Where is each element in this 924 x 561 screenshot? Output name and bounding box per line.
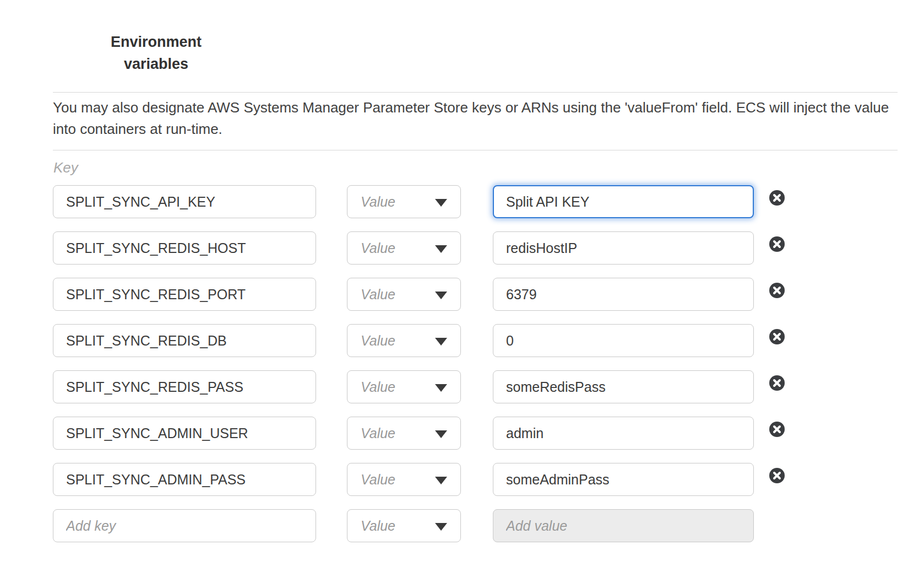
- caret-down-icon: [435, 292, 447, 299]
- field-description: You may also designate AWS Systems Manag…: [53, 97, 901, 140]
- environment-variables-form: Environment variables You may also desig…: [0, 0, 924, 561]
- env-value-input[interactable]: [493, 370, 754, 403]
- env-key-input[interactable]: [53, 278, 316, 311]
- env-type-select[interactable]: Value: [347, 463, 461, 496]
- env-value-input[interactable]: [493, 185, 754, 218]
- env-type-select[interactable]: Value: [347, 417, 461, 450]
- env-type-select[interactable]: Value: [347, 370, 461, 403]
- divider: [53, 150, 898, 150]
- caret-down-icon: [435, 477, 447, 484]
- remove-row-button[interactable]: [769, 422, 785, 437]
- env-type-select[interactable]: Value: [347, 231, 461, 265]
- key-column-header: Key: [53, 159, 78, 176]
- env-type-selected: Value: [361, 472, 395, 488]
- env-key-input[interactable]: [53, 231, 316, 265]
- x-icon: [773, 379, 781, 387]
- caret-down-icon: [435, 245, 447, 253]
- x-icon: [773, 193, 781, 202]
- env-value-input[interactable]: [493, 417, 754, 450]
- env-key-input[interactable]: [53, 324, 316, 357]
- remove-row-button[interactable]: [769, 329, 785, 344]
- field-label: Environment variables: [94, 31, 218, 75]
- caret-down-icon: [435, 430, 447, 438]
- env-key-input[interactable]: [53, 417, 316, 450]
- env-type-selected: Value: [361, 194, 395, 210]
- env-var-row: Value: [53, 278, 898, 311]
- env-value-input[interactable]: [493, 324, 754, 357]
- env-type-select[interactable]: Value: [347, 278, 461, 311]
- env-type-selected: Value: [361, 287, 395, 303]
- remove-row-button[interactable]: [769, 236, 785, 252]
- env-var-row: Value: [53, 185, 898, 218]
- x-icon: [773, 332, 781, 341]
- remove-row-button[interactable]: [769, 283, 785, 298]
- env-key-input[interactable]: [53, 370, 316, 403]
- x-icon: [773, 471, 781, 480]
- env-var-row: Value: [53, 231, 898, 265]
- caret-down-icon: [435, 523, 447, 531]
- env-type-selected: Value: [361, 518, 395, 534]
- env-var-add-row: Value: [53, 509, 898, 542]
- env-var-rows: Value Value: [53, 185, 898, 555]
- env-value-input[interactable]: [493, 231, 754, 265]
- caret-down-icon: [435, 338, 447, 346]
- env-value-input[interactable]: [493, 463, 754, 496]
- env-key-input[interactable]: [53, 185, 316, 218]
- env-key-input[interactable]: [53, 463, 316, 496]
- remove-row-button[interactable]: [769, 190, 785, 206]
- env-type-selected: Value: [361, 425, 395, 441]
- env-type-select[interactable]: Value: [347, 509, 461, 542]
- env-var-row: Value: [53, 324, 898, 357]
- remove-row-button[interactable]: [769, 468, 785, 483]
- caret-down-icon: [435, 384, 447, 392]
- x-icon: [773, 240, 781, 249]
- env-var-row: Value: [53, 370, 898, 403]
- add-value-input[interactable]: [493, 509, 754, 542]
- remove-row-button[interactable]: [769, 375, 785, 391]
- caret-down-icon: [435, 199, 447, 207]
- add-key-input[interactable]: [53, 509, 316, 542]
- x-icon: [773, 286, 781, 295]
- divider: [53, 92, 898, 93]
- env-var-row: Value: [53, 463, 898, 496]
- env-var-row: Value: [53, 417, 898, 450]
- env-value-input[interactable]: [493, 278, 754, 311]
- env-type-selected: Value: [361, 379, 395, 395]
- env-type-selected: Value: [361, 240, 395, 256]
- x-icon: [773, 425, 781, 434]
- env-type-select[interactable]: Value: [347, 324, 461, 357]
- env-type-select[interactable]: Value: [347, 185, 461, 218]
- env-type-selected: Value: [361, 333, 395, 349]
